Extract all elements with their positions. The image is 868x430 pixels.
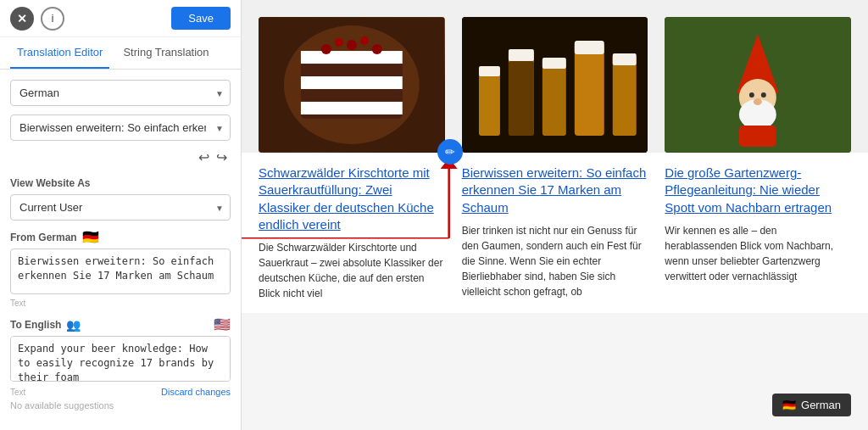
from-text-area[interactable] <box>10 249 231 294</box>
svg-rect-21 <box>612 53 636 65</box>
to-text-area[interactable] <box>10 336 231 382</box>
tab-bar: Translation Editor String Translation <box>0 37 241 70</box>
info-button[interactable]: i <box>41 7 64 31</box>
view-website-as-section: View Website As Current User ▼ <box>10 174 231 221</box>
to-label: To English 👥 🇺🇸 <box>10 316 231 332</box>
no-suggestions-label: No available suggestions <box>10 400 231 410</box>
next-arrow-button[interactable]: ↪ <box>216 149 227 165</box>
close-button[interactable]: ✕ <box>10 7 34 31</box>
svg-rect-12 <box>479 68 500 136</box>
from-type-label: Text <box>10 299 231 308</box>
svg-point-8 <box>372 44 382 54</box>
article-dropdown[interactable]: Bierwissen erweitern: So einfach erkenne… <box>10 114 231 141</box>
save-button[interactable]: Save <box>171 7 231 30</box>
svg-rect-17 <box>542 58 566 69</box>
right-panel: ✏ Schwarzwälder Kirschtorte mit Sauerkra… <box>242 0 868 430</box>
view-as-dropdown-wrap: Current User ▼ <box>10 194 231 221</box>
svg-rect-19 <box>574 41 604 54</box>
from-label: From German 🇩🇪 <box>10 229 231 245</box>
card-3-image <box>665 17 851 153</box>
top-bar: ✕ i Save <box>0 0 241 37</box>
svg-rect-4 <box>301 76 403 89</box>
left-panel: ✕ i Save Translation Editor String Trans… <box>0 0 242 430</box>
to-section: To English 👥 🇺🇸 Text Discard changes No … <box>10 316 231 410</box>
view-as-dropdown[interactable]: Current User <box>10 194 231 221</box>
svg-point-7 <box>347 40 357 50</box>
view-website-as-label: View Website As <box>10 177 231 189</box>
articles-grid: ✏ Schwarzwälder Kirschtorte mit Sauerkra… <box>242 153 868 313</box>
svg-rect-15 <box>509 49 534 61</box>
article-2: Bierwissen erweitern: So einfach erkenne… <box>462 165 648 301</box>
svg-rect-5 <box>301 102 403 114</box>
svg-rect-30 <box>739 126 776 147</box>
article-2-title[interactable]: Bierwissen erweitern: So einfach erkenne… <box>462 165 648 216</box>
language-dropdown[interactable]: German <box>10 80 231 106</box>
german-badge: 🇩🇪 German <box>772 394 851 416</box>
discard-changes-link[interactable]: Discard changes <box>161 387 231 397</box>
cards-grid <box>242 0 868 153</box>
german-badge-label: German <box>801 399 841 411</box>
article-1-title[interactable]: Schwarzwälder Kirschtorte mit Sauerkraut… <box>259 165 445 233</box>
svg-rect-13 <box>479 66 500 76</box>
card-1-image <box>259 17 445 153</box>
svg-point-10 <box>360 36 369 45</box>
panel-content: German ▼ Bierwissen erweitern: So einfac… <box>0 70 241 430</box>
svg-point-6 <box>321 44 331 54</box>
article-1: Schwarzwälder Kirschtorte mit Sauerkraut… <box>259 165 445 301</box>
tab-translation-editor[interactable]: Translation Editor <box>10 37 109 69</box>
prev-arrow-button[interactable]: ↩ <box>198 149 209 165</box>
us-flag-icon: 🇺🇸 <box>214 316 231 332</box>
edit-bubble[interactable]: ✏ <box>437 139 463 165</box>
svg-point-9 <box>335 38 343 47</box>
svg-rect-16 <box>542 59 566 136</box>
german-badge-flag: 🇩🇪 <box>782 399 796 411</box>
svg-rect-18 <box>574 42 604 136</box>
tab-string-translation[interactable]: String Translation <box>116 37 215 69</box>
from-text-label: From German <box>10 232 77 243</box>
people-icon: 👥 <box>66 318 81 332</box>
svg-rect-22 <box>509 61 534 136</box>
from-section: From German 🇩🇪 Text <box>10 229 231 308</box>
card-2-image <box>462 17 648 153</box>
svg-point-29 <box>754 98 762 105</box>
article-dropdown-wrap: Bierwissen erweitern: So einfach erkenne… <box>10 114 231 141</box>
svg-rect-3 <box>301 51 403 64</box>
article-3-body: Wir kennen es alle – den herablassenden … <box>665 223 851 284</box>
to-type-label: Text <box>10 388 25 397</box>
svg-rect-20 <box>612 55 636 136</box>
svg-point-28 <box>761 92 766 98</box>
german-flag-icon: 🇩🇪 <box>82 229 99 245</box>
nav-arrows: ↩ ↪ <box>10 149 231 165</box>
svg-point-27 <box>749 92 754 98</box>
article-1-body: Die Schwarzwälder Kirschtorte und Sauerk… <box>259 240 445 301</box>
article-3-title[interactable]: Die große Gartenzwerg-Pflegeanleitung: N… <box>665 165 851 216</box>
language-dropdown-wrap: German ▼ <box>10 80 231 106</box>
article-3: Die große Gartenzwerg-Pflegeanleitung: N… <box>665 165 851 301</box>
article-2-body: Bier trinken ist nicht nur ein Genuss fü… <box>462 223 648 299</box>
to-text-label: To English <box>10 319 61 331</box>
